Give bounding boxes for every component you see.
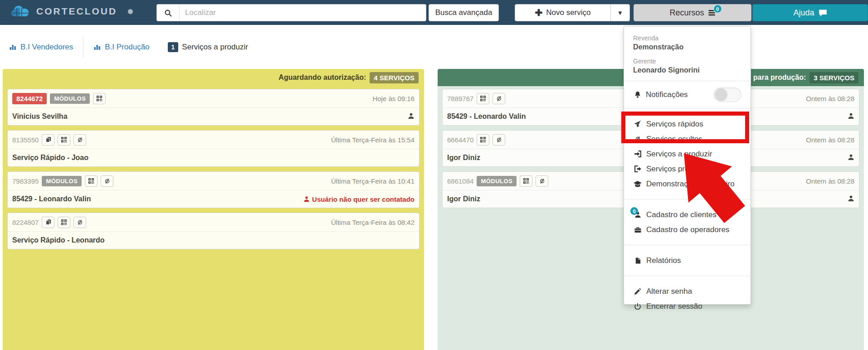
menu-item-label: Demonstração Financeiro — [646, 180, 735, 189]
service-id: 6664470 — [447, 136, 473, 144]
menu-item-label: Cadastro de clientes — [646, 210, 717, 219]
eye-slash-icon — [539, 178, 546, 185]
notifications-label: Notificações — [646, 90, 688, 99]
qr-code-icon — [480, 136, 486, 143]
card-eye-slash-button[interactable] — [536, 175, 548, 187]
file-icon — [633, 257, 642, 264]
no-contact-warning: Usuário não quer ser contatado — [303, 195, 414, 203]
bar-chart-icon — [93, 44, 101, 51]
card-qr-code-button[interactable] — [93, 93, 106, 104]
menu-item-cadastro-de-clientes[interactable]: 0Cadastro de clientes — [624, 207, 751, 222]
menu-item-cadastro-de-operadores[interactable]: Cadastro de operadores — [624, 222, 751, 237]
menu-item-label: Serviços ocultos — [646, 135, 702, 144]
notifications-toggle[interactable] — [713, 88, 741, 102]
service-id: 8224807 — [12, 219, 39, 226]
card-timestamp: Ontem às 08:28 — [806, 136, 854, 144]
graduation-cap-icon — [633, 180, 642, 188]
menu-item-servicos-rapidos[interactable]: Serviços rápidos — [624, 117, 751, 131]
tab-servicos-a-produzir[interactable]: 1 Serviços a produzir — [168, 42, 248, 52]
new-service-split: ✚ Novo serviço ▼ — [515, 4, 630, 21]
search-input[interactable] — [179, 4, 426, 21]
sign-in-icon — [633, 150, 642, 158]
card-eye-slash-button[interactable] — [493, 93, 505, 104]
qr-code-icon — [61, 219, 67, 225]
person-icon — [848, 195, 854, 204]
top-navbar: CORTECLOUD Busca avançada ✚ Novo serviço… — [0, 0, 868, 25]
menu-item-alterar-senha[interactable]: Alterar senha — [624, 284, 751, 299]
service-card[interactable]: 8244672MÓDULOSHoje às 09:16Vinicius Sevi… — [7, 89, 419, 126]
menu-item-servicos-ocultos[interactable]: Serviços ocultos — [624, 131, 751, 146]
card-qr-code-button[interactable] — [477, 93, 489, 104]
eye-slash-icon — [633, 136, 642, 142]
menu-item-label: Alterar senha — [646, 287, 692, 296]
eye-slash-icon — [496, 136, 502, 143]
menu-item-relatorios[interactable]: Relatórios — [624, 253, 751, 268]
production-count-badge: 3 SERVIÇOS — [809, 72, 858, 83]
person-icon — [408, 112, 414, 121]
menu-item-encerrar-sessao[interactable]: Encerrar sessão — [624, 299, 751, 314]
tab-bi-vendedores[interactable]: B.I Vendedores — [9, 43, 73, 52]
card-copy-button[interactable] — [42, 134, 54, 146]
help-button[interactable]: Ajuda — [752, 4, 868, 21]
tab-separator — [83, 37, 83, 58]
notifications-menu-item[interactable]: Notificações — [624, 85, 751, 105]
service-id-badge: 8244672 — [12, 93, 47, 104]
plus-icon: ✚ — [535, 8, 542, 17]
advanced-search-button[interactable]: Busca avançada — [429, 4, 499, 21]
card-header-row: 8224807Última Terça-Feira às 08:42 — [8, 213, 419, 231]
menu-item-badge: 0 — [630, 207, 638, 215]
bell-icon — [633, 91, 642, 98]
waiting-column-title: Aguardando autorização: — [278, 73, 366, 82]
customer-name: Serviço Rápido - Leonardo — [12, 236, 105, 244]
card-eye-slash-button[interactable] — [101, 175, 113, 187]
card-body-row: Vinicius Sevilha — [8, 107, 419, 125]
card-qr-code-button[interactable] — [58, 134, 70, 146]
menu-divider — [624, 199, 751, 199]
card-qr-code-button[interactable] — [85, 175, 98, 187]
customer-name: 85429 - Leonardo Valin — [447, 112, 526, 121]
card-timestamp: Ontem às 08:28 — [806, 177, 854, 185]
menu-item-label: Encerrar sessão — [646, 302, 702, 311]
person-icon — [848, 112, 854, 121]
card-body-row: Serviço Rápido - Joao — [8, 149, 419, 166]
service-card[interactable]: 8224807Última Terça-Feira às 08:42Serviç… — [7, 213, 419, 249]
card-eye-slash-button[interactable] — [73, 217, 86, 228]
paper-plane-icon — [633, 120, 642, 128]
menu-item-label: Serviços a produzir — [646, 150, 712, 159]
customer-name: 85429 - Leonardo Valin — [12, 195, 91, 203]
card-header-row: 8244672MÓDULOSHoje às 09:16 — [8, 89, 419, 107]
card-eye-slash-button[interactable] — [493, 134, 505, 146]
new-service-caret-button[interactable]: ▼ — [611, 4, 630, 21]
qr-code-icon — [523, 178, 529, 184]
qr-code-icon — [96, 95, 102, 102]
card-eye-slash-button[interactable] — [73, 134, 86, 146]
resources-badge: 0 — [713, 5, 722, 13]
menu-item-demonstracao-financeiro[interactable]: Demonstração Financeiro — [624, 176, 751, 191]
resources-label: Recursos — [669, 8, 704, 18]
resources-button[interactable]: Recursos 0 — [634, 4, 751, 21]
menu-item-servicos-produzidos[interactable]: Serviços produzidos — [624, 161, 751, 176]
search-icon — [156, 4, 179, 21]
caret-down-icon: ▼ — [617, 10, 623, 16]
menu-divider — [624, 81, 751, 81]
sign-out-icon — [633, 165, 642, 173]
menu-item-servicos-a-produzir[interactable]: Serviços a produzir — [624, 146, 751, 161]
service-card[interactable]: 7983395MÓDULOSÚltima Terça-Feira às 10:4… — [7, 171, 419, 208]
card-copy-button[interactable] — [42, 217, 54, 228]
menu-item-label: Serviços produzidos — [646, 165, 716, 174]
tab-bi-producao[interactable]: B.I Produção — [93, 43, 149, 52]
brand-logo: CORTECLOUD — [10, 5, 133, 18]
tab-label: Serviços a produzir — [182, 43, 248, 52]
card-qr-code-button[interactable] — [477, 134, 489, 146]
brand-name: CORTECLOUD — [36, 6, 117, 17]
account-info: RevendaDemonstraçãoGerenteLeonardo Signo… — [624, 34, 751, 74]
card-header-row: 8135550Última Terça-Feira às 15:54 — [8, 131, 419, 149]
eye-slash-icon — [496, 95, 502, 102]
service-id: 7983395 — [12, 177, 39, 185]
card-qr-code-button[interactable] — [520, 175, 532, 187]
modules-badge: MÓDULOS — [477, 176, 517, 186]
service-card[interactable]: 8135550Última Terça-Feira às 15:54Serviç… — [7, 130, 419, 167]
card-timestamp: Ontem às 08:28 — [806, 95, 854, 102]
new-service-button[interactable]: ✚ Novo serviço — [515, 4, 611, 21]
card-qr-code-button[interactable] — [58, 217, 70, 228]
